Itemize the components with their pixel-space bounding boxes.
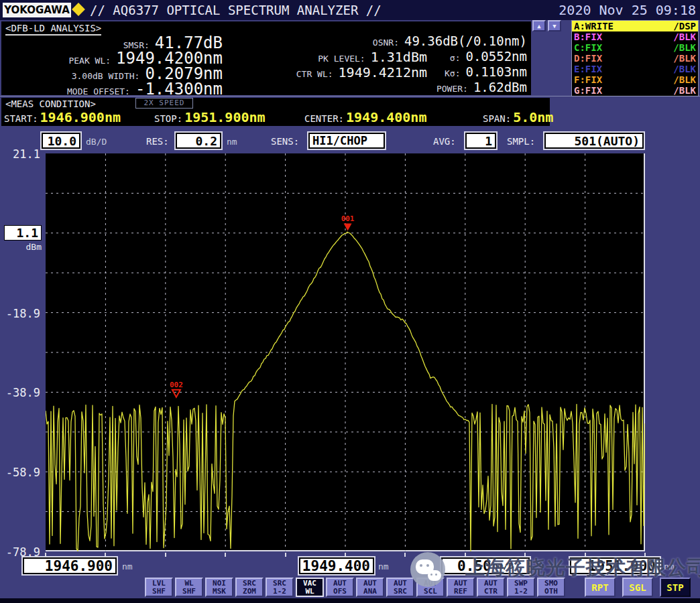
- xaxis-stop-field[interactable]: 1951.900: [570, 557, 660, 574]
- trace-row-a[interactable]: A:WRITE/DSP: [572, 21, 698, 31]
- spectrum-chart: 001002: [46, 153, 645, 551]
- trace-name: D:FIX: [574, 53, 602, 64]
- softkey-wl-shf[interactable]: WLSHF: [175, 578, 203, 597]
- xaxis-perdiv-unit: nm/D: [493, 561, 514, 571]
- softkey-label: ZOM: [237, 588, 262, 596]
- header-bar: YOKOGAWA // AQ6377 OPTICAL SPECTRUM ANAL…: [0, 0, 700, 20]
- softkey-label: ANA: [357, 588, 383, 596]
- sens-field[interactable]: HI1/CHOP: [308, 133, 385, 149]
- svg-text:002: 002: [170, 381, 183, 389]
- xaxis-perdiv-value: 0.50: [457, 558, 491, 574]
- softkey-label: AUT: [418, 580, 443, 588]
- softkey-aut-src[interactable]: AUTSRC: [386, 578, 414, 597]
- start-value[interactable]: 1946.900nm: [40, 109, 121, 125]
- power-value: 1.62dBm: [473, 80, 527, 94]
- trace-row-d[interactable]: D:FIX/BLK: [572, 53, 698, 64]
- power-label: POWER:: [436, 84, 468, 94]
- up-arrow-icon: ▲: [537, 23, 540, 29]
- softkey-label: LVL: [146, 580, 172, 588]
- ctr-wl-label: CTR WL:: [296, 69, 333, 79]
- softkey-aut-ofs[interactable]: AUTOFS: [326, 578, 354, 597]
- avg-field[interactable]: 1: [465, 133, 496, 149]
- level-scale-field[interactable]: 10.0: [42, 133, 80, 149]
- stp-button[interactable]: STP: [660, 578, 691, 597]
- softkey-label: SRC: [267, 580, 292, 588]
- trace-row-f[interactable]: F:FIX/BLK: [572, 74, 698, 85]
- meas-condition-panel: <MEAS CONDITION> 2X SPEED START:1946.900…: [1, 98, 550, 126]
- y-axis-label: 21.1: [0, 147, 40, 161]
- trace-name: E:FIX: [574, 64, 602, 74]
- sgl-button[interactable]: SGL: [622, 578, 653, 597]
- marker-002: 002: [170, 381, 183, 397]
- trace-row-b[interactable]: B:FIX/BLK: [572, 31, 698, 42]
- xaxis-center-value: 1949.400: [302, 558, 370, 574]
- trace-row-c[interactable]: C:FIX/BLK: [572, 42, 698, 53]
- softkey-lvl-shf[interactable]: LVLSHF: [145, 578, 173, 597]
- res-label: RES:: [146, 136, 169, 147]
- rpt-button[interactable]: RPT: [585, 578, 616, 597]
- start-label: START:: [4, 113, 38, 124]
- res-value: 0.2: [195, 134, 217, 148]
- analysis-row: PEAK WL:1949.4200nm PK LEVEL:1.31dBm σ:0…: [1, 49, 531, 64]
- ref-level-field[interactable]: 1.1: [4, 225, 42, 241]
- x-axis-tick: [644, 553, 646, 557]
- softkey-aut-ctr[interactable]: AUTCTR: [477, 578, 505, 597]
- ref-level-value: 1.1: [16, 226, 38, 240]
- softkey-label: AUT: [448, 580, 473, 588]
- softkey-label: OFS: [327, 588, 353, 596]
- xaxis-center-unit: nm: [378, 561, 389, 572]
- trace-row-g[interactable]: G:FIX/BLK: [572, 85, 698, 96]
- y-axis-label: -58.9: [0, 466, 40, 479]
- y-axis-label: -18.9: [0, 307, 40, 320]
- x-axis-tick: [165, 553, 166, 557]
- grid: [46, 153, 645, 551]
- yokogawa-diamond-icon: [72, 3, 85, 16]
- pk-level-value: 1.31dBm: [371, 49, 427, 65]
- span-label: SPAN:: [483, 113, 511, 124]
- sweep-menu: RPTSGLSTP: [585, 578, 691, 597]
- trace-table: A:WRITE/DSPB:FIX/BLKC:FIX/BLKD:FIX/BLKE:…: [571, 20, 699, 96]
- res-field[interactable]: 0.2: [176, 133, 221, 149]
- sens-label: SENS:: [271, 136, 299, 147]
- trace-scroll-up-button[interactable]: ▲: [532, 20, 546, 31]
- avg-label: AVG:: [433, 136, 456, 147]
- softkey-label: AUT: [357, 580, 383, 588]
- footer-bar: [0, 598, 700, 603]
- softkey-aut-ana[interactable]: AUTANA: [356, 578, 384, 597]
- stop-value[interactable]: 1951.900nm: [184, 109, 265, 125]
- xaxis-perdiv-field[interactable]: 0.50nm/D: [441, 557, 530, 574]
- softkey-label: AUT: [478, 580, 504, 588]
- x-axis-tick: [404, 553, 406, 557]
- span-value[interactable]: 5.0nm: [513, 109, 553, 125]
- analysis-row: 3.00dB WIDTH:0.2079nm CTR WL:1949.4212nm…: [1, 64, 531, 80]
- trace-mode: /BLK: [673, 31, 696, 42]
- analysis-row: MODE OFFSET:-1.4300nm POWER:1.62dBm: [1, 80, 531, 95]
- separator-line: [0, 96, 700, 96]
- y-axis-label: -38.9: [0, 386, 40, 399]
- xaxis-start-field[interactable]: 1946.900: [23, 557, 117, 574]
- osnr-label: OSNR:: [373, 38, 399, 48]
- softkey-smo-oth[interactable]: SMOOTH: [537, 578, 565, 597]
- ref-unit: dBm: [4, 242, 42, 252]
- softkey-label: AUT: [327, 580, 353, 588]
- x-axis-tick: [465, 553, 466, 557]
- smpl-value: 501(AUTO): [574, 134, 640, 148]
- smpl-field[interactable]: 501(AUTO): [544, 133, 644, 149]
- softkey-src-1-2[interactable]: SRC1-2: [266, 578, 294, 597]
- datetime: 2020 Nov 25 09:18: [559, 2, 696, 18]
- down-arrow-icon: ▼: [552, 23, 556, 29]
- trace-mode: /BLK: [673, 42, 696, 53]
- softkey-src-zom[interactable]: SRCZOM: [235, 578, 264, 597]
- xaxis-center-field[interactable]: 1949.400: [299, 557, 374, 574]
- softkey-label: WL: [297, 588, 323, 596]
- softkey-aut-scl[interactable]: AUTSCL: [416, 578, 445, 597]
- softkey-noi-msk[interactable]: NOIMSK: [205, 578, 233, 597]
- softkey-vac-wl[interactable]: VACWL: [296, 578, 324, 597]
- center-value[interactable]: 1949.400nm: [346, 109, 426, 125]
- trace-scroll-down-button[interactable]: ▼: [548, 20, 561, 31]
- softkey-swp-1-2[interactable]: SWP1-2: [507, 578, 535, 597]
- trace-row-e[interactable]: E:FIX/BLK: [572, 64, 698, 74]
- pk-level-label: PK LEVEL:: [318, 54, 365, 64]
- softkey-aut-ref[interactable]: AUTREF: [447, 578, 475, 597]
- x-axis-tick: [105, 553, 106, 557]
